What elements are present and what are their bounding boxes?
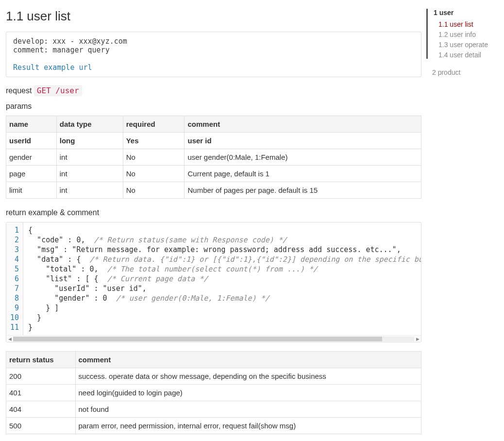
col-data-type: data type: [56, 116, 123, 133]
horizontal-scrollbar[interactable]: ◀ ▶: [6, 335, 421, 342]
cell: param error, need permission, internal e…: [75, 418, 421, 434]
result-example-link[interactable]: Result example url: [13, 63, 92, 72]
request-label: request: [6, 86, 32, 95]
table-row: 500param error, need permission, interna…: [6, 418, 421, 434]
scroll-left-icon[interactable]: ◀: [6, 337, 13, 341]
sidebar-section-user[interactable]: 1 user: [434, 9, 500, 17]
scroll-right-icon[interactable]: ▶: [414, 337, 421, 341]
cell: No: [123, 166, 185, 182]
cell: Number of pages per page. default is 15: [185, 182, 421, 199]
cell: 200: [6, 368, 76, 385]
sidebar-item[interactable]: 1.3 user operate: [438, 41, 500, 49]
cell: user id: [185, 133, 421, 149]
code-line: }: [28, 313, 416, 322]
status-table: return status comment 200success. operat…: [6, 351, 421, 434]
code-line: "msg" : "Return message. for example: wr…: [28, 245, 416, 254]
code-line: "gender" : 0 /* user gender(0:Male, 1:Fe…: [28, 293, 416, 303]
line-number: 8: [10, 293, 19, 303]
code-line: "list" : [ { /* Current page data */: [28, 274, 416, 284]
cell: not found: [75, 401, 421, 418]
cell: long: [56, 133, 123, 149]
sidebar-section-product[interactable]: 2 product: [432, 68, 500, 76]
cell: need login(guided to login page): [75, 385, 421, 401]
code-line: "total" : 0, /* The total number(select …: [28, 264, 416, 274]
table-row: limitintNoNumber of pages per page. defa…: [6, 182, 421, 199]
col-required: required: [123, 116, 185, 133]
cell: userId: [6, 133, 57, 149]
line-number: 1: [10, 225, 19, 235]
cell: int: [56, 149, 123, 166]
code-line: "code" : 0, /* Return status(same with R…: [28, 235, 416, 245]
code-line: }: [28, 322, 416, 332]
sidebar-item[interactable]: 1.2 user info: [438, 31, 500, 38]
cell: Yes: [123, 133, 185, 149]
params-table: name data type required comment userIdlo…: [6, 116, 421, 199]
col-status-comment: comment: [75, 352, 421, 368]
line-number: 7: [10, 284, 19, 293]
line-number: 2: [10, 235, 19, 245]
request-line: request GET /user: [6, 86, 421, 95]
col-return-status: return status: [6, 352, 76, 368]
sidebar: 1 user 1.1 user list1.2 user info1.3 use…: [426, 0, 504, 441]
meta-box: develop: xxx - xxx@xyz.com comment: mana…: [6, 32, 421, 77]
cell: 401: [6, 385, 76, 401]
cell: int: [56, 166, 123, 182]
cell: No: [123, 182, 185, 199]
line-number: 9: [10, 303, 19, 313]
cell: success. operate data or show message, d…: [75, 368, 421, 385]
line-number: 6: [10, 274, 19, 284]
scroll-track[interactable]: [13, 337, 414, 341]
table-row: 200success. operate data or show message…: [6, 368, 421, 385]
line-number: 10: [10, 313, 19, 322]
cell: page: [6, 166, 57, 182]
table-row: userIdlongYesuser id: [6, 133, 421, 149]
request-code: GET /user: [34, 85, 82, 96]
code-line: } ]: [28, 303, 416, 313]
cell: Current page, default is 1: [185, 166, 421, 182]
table-row: pageintNoCurrent page, default is 1: [6, 166, 421, 182]
meta-comment: comment: manager query: [13, 46, 110, 54]
meta-develop: develop: xxx - xxx@xyz.com: [13, 37, 127, 46]
table-row: 404not found: [6, 401, 421, 418]
cell: int: [56, 182, 123, 199]
cell: limit: [6, 182, 57, 199]
code-block: 1234567891011 { "code" : 0, /* Return st…: [6, 222, 421, 342]
cell: gender: [6, 149, 57, 166]
sidebar-item[interactable]: 1.1 user list: [438, 20, 500, 28]
cell: 404: [6, 401, 76, 418]
line-number: 5: [10, 264, 19, 274]
col-comment: comment: [185, 116, 421, 133]
table-row: genderintNouser gender(0:Male, 1:Female): [6, 149, 421, 166]
col-name: name: [6, 116, 57, 133]
return-label: return example & comment: [6, 208, 421, 217]
page-title: 1.1 user list: [6, 9, 421, 24]
code-line: {: [28, 225, 416, 235]
sidebar-item[interactable]: 1.4 user detail: [438, 51, 500, 59]
line-number: 3: [10, 245, 19, 254]
scroll-thumb[interactable]: [13, 337, 382, 341]
cell: No: [123, 149, 185, 166]
params-label: params: [6, 102, 421, 111]
code-line: "userId" : "user id",: [28, 284, 416, 293]
line-number: 11: [10, 322, 19, 332]
cell: 500: [6, 418, 76, 434]
cell: user gender(0:Male, 1:Female): [185, 149, 421, 166]
table-row: 401need login(guided to login page): [6, 385, 421, 401]
code-line: "data" : { /* Return data. {"id":1} or […: [28, 254, 416, 264]
line-number: 4: [10, 254, 19, 264]
